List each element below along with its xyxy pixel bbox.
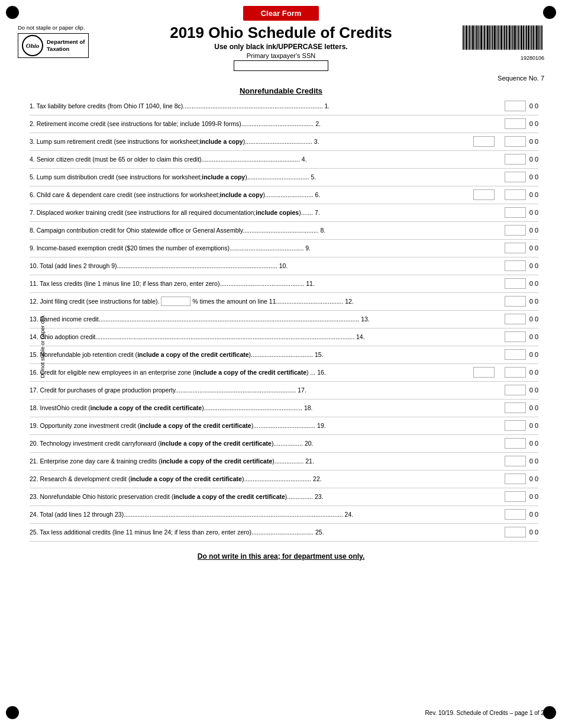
line-value-input[interactable] — [505, 243, 526, 253]
line-value-input[interactable] — [505, 420, 526, 431]
svg-rect-34 — [518, 25, 519, 50]
line-value-digits: 0 0 — [529, 333, 538, 340]
line-value-input[interactable] — [505, 314, 526, 324]
line-value-input[interactable] — [505, 367, 526, 378]
line-bold-text: include a copy — [200, 138, 243, 145]
table-row: 21. Enterprise zone day care & training … — [30, 453, 538, 471]
line-content: 6. Child care & dependent care credit (s… — [30, 191, 473, 199]
line-text-after: ) ... 16. — [306, 369, 326, 376]
line-value-input[interactable] — [505, 385, 526, 395]
sequence-number: Sequence No. 7 — [18, 75, 544, 82]
table-row: 7. Displaced worker training credit (see… — [30, 204, 538, 222]
percent-input[interactable] — [161, 297, 190, 306]
line-text-after: )................. 20. — [272, 440, 314, 447]
line-input-box[interactable] — [473, 367, 495, 378]
svg-rect-42 — [531, 25, 532, 50]
line-value-input[interactable] — [505, 278, 526, 289]
line-text-before: 19. Opportunity zone investment credit ( — [30, 422, 140, 429]
line-value-input[interactable] — [505, 509, 526, 520]
line-value-digits: 0 0 — [529, 458, 538, 465]
line-value-input[interactable] — [505, 456, 526, 466]
corner-circle-br — [543, 706, 556, 719]
line-value-input[interactable] — [505, 296, 526, 307]
line-content: 1. Tax liability before credits (from Oh… — [30, 102, 497, 111]
line-content: 5. Lump sum distribution credit (see ins… — [30, 173, 497, 182]
dept-text: Department of Taxation — [47, 38, 85, 53]
line-text-after: )................. 21. — [272, 458, 314, 465]
line-value-input[interactable] — [505, 189, 526, 200]
line-bold-text: include a copy of the credit certificate — [130, 475, 241, 482]
svg-rect-15 — [486, 25, 486, 50]
table-row: 10. Total (add lines 2 through 9).......… — [30, 257, 538, 275]
table-row: 14. Ohio adoption credit................… — [30, 328, 538, 346]
clear-form-button[interactable]: Clear Form — [243, 6, 319, 21]
svg-rect-22 — [498, 25, 499, 50]
line-value-input[interactable] — [505, 491, 526, 502]
line-value-digits: 0 0 — [529, 493, 538, 500]
table-row: 1. Tax liability before credits (from Oh… — [30, 98, 538, 115]
line-content: 24. Total (add lines 12 through 23).....… — [30, 510, 497, 519]
line-value-digits: 0 0 — [529, 386, 538, 394]
line-content: 22. Research & development credit (inclu… — [30, 475, 497, 484]
line-text: 1. Tax liability before credits (from Oh… — [30, 102, 330, 109]
value-cell: 0 0 — [497, 189, 538, 200]
value-cell: 0 0 — [497, 154, 538, 165]
line-content: 21. Enterprise zone day care & training … — [30, 457, 497, 466]
line-text-after: )............... 23. — [285, 493, 324, 500]
line-value-input[interactable] — [505, 473, 526, 484]
line-text-before: 18. InvestOhio credit ( — [30, 404, 91, 411]
no-staple-text: Do not staple or paper clip. — [18, 24, 85, 31]
svg-rect-4 — [468, 25, 469, 50]
svg-rect-36 — [521, 25, 522, 50]
line-bold-text: include a copy — [220, 191, 263, 198]
line-content: 3. Lump sum retirement credit (see instr… — [30, 137, 473, 146]
line-value-digits: 0 0 — [529, 120, 538, 127]
table-row: 25. Tax less additional credits (line 11… — [30, 524, 538, 542]
line-content: 17. Credit for purchases of grape produc… — [30, 386, 497, 395]
ohio-circle: Ohio — [22, 35, 43, 56]
line-text: 13. Earned income credit................… — [30, 315, 370, 323]
line-value-digits: 0 0 — [529, 191, 538, 198]
line-value-digits: 0 0 — [529, 440, 538, 447]
value-cell: 0 0 — [497, 456, 538, 466]
value-cell: 0 0 — [497, 527, 538, 537]
table-row: 9. Income-based exemption credit ($20 ti… — [30, 240, 538, 257]
line-content: 4. Senior citizen credit (must be 65 or … — [30, 155, 497, 164]
line-content: 12. Joint filing credit (see instruction… — [30, 297, 497, 306]
line-value-input[interactable] — [505, 118, 526, 129]
line-bold-text: include a copy of the credit certificate — [137, 351, 248, 358]
value-cell: 0 0 — [497, 207, 538, 218]
value-cell: 0 0 — [497, 349, 538, 360]
line-value-input[interactable] — [505, 172, 526, 182]
line-text: 14. Ohio adoption credit................… — [30, 333, 365, 340]
line-input-box[interactable] — [473, 189, 495, 200]
line-value-input[interactable] — [505, 331, 526, 342]
table-row: 19. Opportunity zone investment credit (… — [30, 417, 538, 435]
line-value-digits: 0 0 — [529, 102, 538, 109]
line-value-input[interactable] — [505, 154, 526, 165]
svg-rect-21 — [496, 25, 497, 50]
line-value-input[interactable] — [505, 402, 526, 413]
line-content: 15. Nonrefundable job retention credit (… — [30, 350, 497, 359]
table-row: 13. Earned income credit................… — [30, 311, 538, 328]
value-cell: 0 0 — [497, 402, 538, 413]
line-value-input[interactable] — [505, 527, 526, 537]
line-value-input[interactable] — [505, 438, 526, 449]
line-value-digits: 0 0 — [529, 315, 538, 323]
line-text-before: 6. Child care & dependent care credit (s… — [30, 191, 220, 198]
table-row: 6. Child care & dependent care credit (s… — [30, 186, 538, 204]
line-value-input[interactable] — [505, 207, 526, 218]
ssn-input[interactable] — [234, 60, 328, 71]
value-cell: 0 0 — [497, 101, 538, 111]
svg-rect-38 — [525, 25, 525, 50]
line-value-input[interactable] — [505, 260, 526, 271]
value-cell: 0 0 — [497, 509, 538, 520]
line-value-input[interactable] — [505, 349, 526, 360]
svg-rect-37 — [523, 25, 524, 50]
percent-label: % times the amount on line 11...........… — [190, 298, 353, 305]
line-input-box[interactable] — [473, 136, 495, 147]
line-value-input[interactable] — [505, 225, 526, 236]
line-content: 16. Credit for eligible new employees in… — [30, 368, 473, 377]
line-value-input[interactable] — [505, 101, 526, 111]
line-value-input[interactable] — [505, 136, 526, 147]
